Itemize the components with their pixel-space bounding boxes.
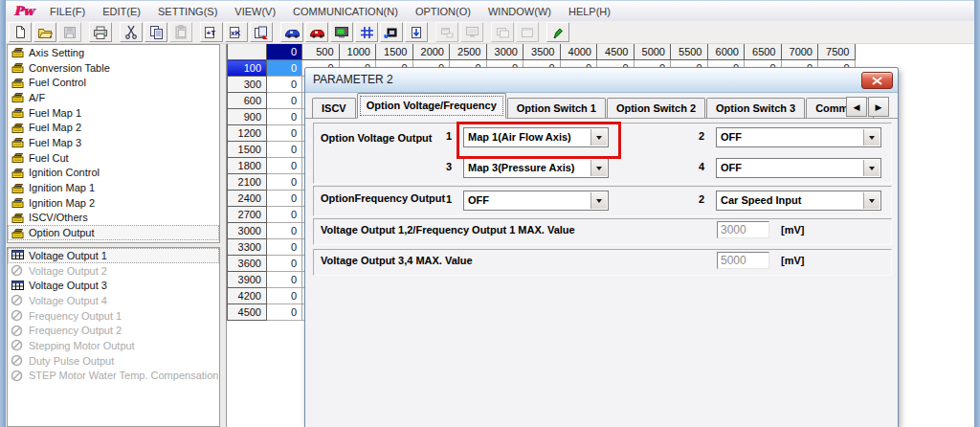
sidebar-item-conversion-table[interactable]: Conversion Table (8, 60, 219, 76)
sidebar-item-fuel-map-1[interactable]: Fuel Map 1 (8, 105, 219, 121)
sidebar-item-frequency-output-1[interactable]: Frequency Output 1 (8, 308, 219, 324)
chevron-down-icon[interactable] (863, 129, 880, 146)
grid-view-button[interactable] (355, 22, 378, 42)
sidebar-item-fuel-map-3[interactable]: Fuel Map 3 (8, 135, 219, 150)
grid-cell[interactable]: 0 (267, 60, 302, 77)
voltage-output-1-value: Map 1(Air Flow Axis) (468, 128, 590, 146)
grid-cell[interactable]: 0 (267, 125, 302, 142)
grid-cell[interactable]: 0 (267, 93, 302, 109)
menu-item-option-o[interactable]: OPTION(O) (407, 6, 479, 17)
tab-option-switch-2[interactable]: Option Switch 2 (607, 98, 705, 119)
chevron-down-icon[interactable] (590, 160, 607, 176)
sidebar-item-ignition-map-2[interactable]: Ignition Map 2 (8, 195, 219, 211)
add-text-button[interactable]: +T (200, 22, 223, 42)
sidebar-item-duty-pulse-output[interactable]: Duty Pulse Output (8, 353, 219, 369)
chip-program-button[interactable] (380, 22, 403, 42)
voltage-output-4-select[interactable]: OFF (716, 158, 881, 178)
menu-item-file-f[interactable]: FILE(F) (41, 6, 94, 17)
new-file-button[interactable] (9, 22, 32, 42)
map-download-button[interactable] (405, 22, 428, 42)
tab-scroll-right-icon[interactable]: ▶ (868, 97, 889, 117)
car-read-button[interactable] (280, 22, 303, 42)
copy-button[interactable] (145, 22, 167, 42)
delete-text-button[interactable]: xK (225, 22, 248, 42)
sidebar-item-ignition-map-1[interactable]: Ignition Map 1 (8, 180, 219, 195)
sidebar-item-frequency-output-2[interactable]: Frequency Output 2 (8, 323, 219, 338)
frequency-output-2-select[interactable]: Car Speed Input (716, 191, 881, 211)
car-write-button[interactable] (305, 22, 328, 42)
sidebar-item-stepping-motor-output[interactable]: Stepping Motor Output (8, 338, 219, 353)
monitor-display-button[interactable] (330, 22, 353, 42)
grid-cell[interactable]: 0 (267, 109, 302, 125)
grid-cell[interactable]: 0 (267, 304, 302, 321)
grid-cell[interactable]: 0 (267, 207, 302, 223)
grid-cell[interactable]: 0 (267, 158, 302, 174)
grid-col-header: 5500 (671, 44, 708, 60)
sidebar-item-fuel-cut[interactable]: Fuel Cut (8, 150, 219, 166)
sidebar-item-voltage-output-4[interactable]: Voltage Output 4 (8, 293, 219, 308)
grid-cell[interactable]: 0 (267, 174, 302, 191)
menu-item-help-h[interactable]: HELP(H) (560, 6, 619, 17)
open-file-button[interactable] (33, 22, 56, 42)
print-button[interactable] (89, 22, 112, 42)
sidebar-item-voltage-output-1[interactable]: Voltage Output 1 (8, 248, 219, 263)
grid-cell[interactable]: 0 (267, 77, 302, 93)
menu-item-setting-s[interactable]: SETTING(S) (149, 6, 226, 17)
max2-value-input[interactable] (717, 252, 769, 269)
sidebar-item-label: Fuel Control (29, 77, 86, 88)
menu-item-edit-e[interactable]: EDIT(E) (94, 6, 149, 17)
tab-scroll-left-icon[interactable]: ◀ (846, 97, 867, 117)
menu-item-view-v[interactable]: VIEW(V) (226, 6, 284, 17)
grid-cell[interactable]: 0 (267, 142, 302, 158)
max1-value-input[interactable] (717, 221, 769, 238)
voltage-output-1-select[interactable]: Map 1(Air Flow Axis) (463, 127, 609, 147)
sidebar-item-voltage-output-2[interactable]: Voltage Output 2 (8, 263, 219, 279)
tile-gray-icon (521, 27, 534, 38)
cut-button[interactable] (120, 22, 143, 42)
book-icon (11, 212, 25, 224)
grid-col-header: 0 (267, 44, 302, 60)
book-icon (11, 151, 25, 164)
sidebar-item-label: Duty Pulse Output (29, 355, 114, 367)
win-gray-icon (440, 27, 455, 38)
sidebar-item-iscv-others[interactable]: ISCV/Others (8, 211, 219, 226)
add-text-icon: +T (204, 26, 219, 39)
grid-cell[interactable]: 0 (267, 272, 302, 288)
sidebar-item-ignition-control[interactable]: Ignition Control (8, 166, 219, 181)
grid-col-header: 3500 (523, 44, 561, 60)
sidebar-item-option-output[interactable]: Option Output (8, 225, 219, 240)
frequency-output-1-select[interactable]: OFF (463, 191, 609, 211)
grid-cell[interactable]: 0 (267, 223, 302, 239)
chevron-down-icon[interactable] (590, 192, 607, 209)
tab-option-switch-3[interactable]: Option Switch 3 (706, 98, 805, 119)
menu-item-window-w[interactable]: WINDOW(W) (479, 6, 560, 17)
voltage-output-2-value: OFF (721, 128, 863, 146)
chevron-down-icon[interactable] (863, 160, 880, 176)
sidebar-item-fuel-map-2[interactable]: Fuel Map 2 (8, 120, 219, 135)
grid-cell[interactable]: 0 (267, 191, 302, 207)
grid-cell[interactable]: 0 (267, 288, 302, 304)
max2-unit: [mV] (781, 255, 804, 266)
sidebar-item-label: Option Output (29, 227, 95, 238)
sidebar-item-voltage-output-3[interactable]: Voltage Output 3 (8, 278, 219, 293)
chevron-down-icon[interactable] (590, 129, 607, 146)
tab-option-voltage-frequency[interactable]: Option Voltage/Frequency (357, 93, 506, 119)
marker-pen-button[interactable] (546, 22, 569, 42)
chevron-down-icon[interactable] (863, 192, 880, 209)
sidebar-item-axis-setting[interactable]: Axis Setting (8, 45, 219, 60)
voltage-output-3-select[interactable]: Map 3(Pressure Axis) (463, 158, 609, 178)
voltage-output-2-select[interactable]: OFF (716, 127, 881, 147)
tab-option-switch-1[interactable]: Option Switch 1 (507, 98, 606, 119)
import-map-button[interactable] (250, 22, 273, 42)
save-file-button (58, 22, 81, 42)
menu-item-communication-n[interactable]: COMMUNICATION(N) (284, 6, 407, 17)
sidebar-item-step-motor-water-temp-compensation[interactable]: STEP Motor Water Temp. Compensation (8, 369, 219, 384)
grid-cell[interactable]: 0 (267, 239, 302, 256)
output-list-panel: Voltage Output 1Voltage Output 2Voltage … (7, 247, 220, 427)
tab-iscv[interactable]: ISCV (312, 98, 356, 119)
grid-row-header: 3900 (228, 272, 267, 288)
grid-cell[interactable]: 0 (267, 256, 302, 272)
sidebar-item-fuel-control[interactable]: Fuel Control (8, 75, 219, 90)
close-icon[interactable] (861, 72, 893, 89)
sidebar-item-a-f[interactable]: A/F (8, 90, 219, 105)
